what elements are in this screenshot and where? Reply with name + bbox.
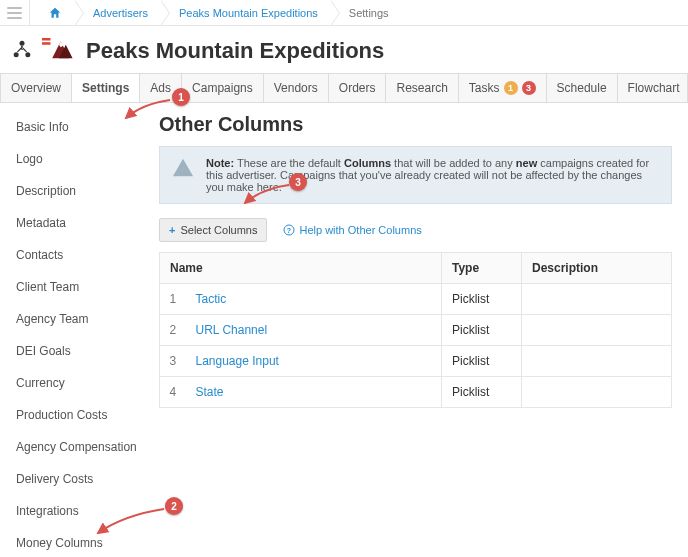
tasks-badge-alert: 3: [522, 81, 536, 95]
row-name-link[interactable]: URL Channel: [196, 323, 268, 337]
row-index: 2: [160, 315, 186, 346]
row-desc: [522, 346, 672, 377]
notice-label: Note:: [206, 157, 234, 169]
row-name-link[interactable]: Language Input: [196, 354, 279, 368]
content-pane: Other Columns Note: These are the defaul…: [155, 103, 688, 557]
tab-research[interactable]: Research: [386, 74, 458, 102]
help-link[interactable]: ? Help with Other Columns: [283, 224, 421, 236]
info-notice: Note: These are the default Columns that…: [159, 146, 672, 204]
page-header: Peaks Mountain Expeditions 1: [0, 26, 688, 73]
sidebar-item-delivery-costs[interactable]: Delivery Costs: [8, 463, 147, 495]
svg-text:?: ?: [287, 227, 291, 234]
row-type: Picklist: [442, 346, 522, 377]
help-link-label: Help with Other Columns: [299, 224, 421, 236]
row-type: Picklist: [442, 377, 522, 408]
breadcrumb-advertisers[interactable]: Advertisers: [75, 0, 161, 25]
tab-settings[interactable]: Settings: [72, 74, 140, 102]
select-columns-button[interactable]: + Select Columns: [159, 218, 267, 242]
svg-rect-3: [42, 38, 51, 41]
sidebar-item-logo[interactable]: Logo: [8, 143, 147, 175]
breadcrumb-home[interactable]: [30, 0, 75, 25]
sidebar-item-production-costs[interactable]: Production Costs: [8, 399, 147, 431]
warning-icon: [172, 157, 194, 179]
table-row: 4 State Picklist: [160, 377, 672, 408]
settings-sidebar: Basic Info Logo Description Metadata Con…: [0, 103, 155, 557]
svg-point-2: [25, 52, 30, 57]
sidebar-item-integrations[interactable]: Integrations: [8, 495, 147, 527]
content-heading: Other Columns: [159, 113, 672, 136]
th-type: Type: [442, 253, 522, 284]
sidebar-item-metadata[interactable]: Metadata: [8, 207, 147, 239]
sidebar-item-contacts[interactable]: Contacts: [8, 239, 147, 271]
tab-overview[interactable]: Overview: [1, 74, 72, 102]
tab-bar: Overview Settings Ads Campaigns Vendors …: [0, 73, 688, 103]
row-name-link[interactable]: Tactic: [196, 292, 227, 306]
callout-badge-1: 1: [172, 88, 190, 106]
callout-badge-2: 2: [165, 497, 183, 515]
table-row: 3 Language Input Picklist: [160, 346, 672, 377]
hierarchy-icon[interactable]: [12, 39, 32, 62]
sidebar-item-client-team[interactable]: Client Team: [8, 271, 147, 303]
row-index: 4: [160, 377, 186, 408]
menu-icon[interactable]: [0, 0, 30, 25]
svg-point-0: [20, 41, 25, 46]
home-icon: [48, 6, 62, 20]
help-icon: ?: [283, 224, 295, 236]
th-name: Name: [160, 253, 442, 284]
svg-point-1: [14, 52, 19, 57]
page-title: Peaks Mountain Expeditions: [86, 38, 384, 64]
tab-tasks-label: Tasks: [469, 81, 500, 95]
tab-vendors[interactable]: Vendors: [264, 74, 329, 102]
tab-flowchart[interactable]: Flowchart: [618, 74, 688, 102]
columns-table: Name Type Description 1 Tactic Picklist …: [159, 252, 672, 408]
row-type: Picklist: [442, 284, 522, 315]
advertiser-logo: [42, 36, 76, 65]
sidebar-item-description[interactable]: Description: [8, 175, 147, 207]
sidebar-item-money-columns[interactable]: Money Columns: [8, 527, 147, 557]
breadcrumb-entity[interactable]: Peaks Mountain Expeditions: [161, 0, 331, 25]
tab-orders[interactable]: Orders: [329, 74, 387, 102]
breadcrumb-bar: Advertisers Peaks Mountain Expeditions S…: [0, 0, 688, 26]
plus-icon: +: [169, 224, 175, 236]
row-desc: [522, 315, 672, 346]
tab-campaigns[interactable]: Campaigns: [182, 74, 264, 102]
tab-tasks[interactable]: Tasks 1 3: [459, 74, 547, 102]
row-desc: [522, 284, 672, 315]
callout-badge-3: 3: [289, 173, 307, 191]
sidebar-item-dei-goals[interactable]: DEI Goals: [8, 335, 147, 367]
sidebar-item-basic-info[interactable]: Basic Info: [8, 111, 147, 143]
row-type: Picklist: [442, 315, 522, 346]
table-row: 1 Tactic Picklist: [160, 284, 672, 315]
row-index: 3: [160, 346, 186, 377]
svg-rect-4: [42, 42, 51, 45]
row-name-link[interactable]: State: [196, 385, 224, 399]
actions-row: + Select Columns ? Help with Other Colum…: [159, 218, 672, 242]
tab-schedule[interactable]: Schedule: [547, 74, 618, 102]
select-columns-label: Select Columns: [180, 224, 257, 236]
sidebar-item-currency[interactable]: Currency: [8, 367, 147, 399]
sidebar-item-agency-compensation[interactable]: Agency Compensation: [8, 431, 147, 463]
th-desc: Description: [522, 253, 672, 284]
table-row: 2 URL Channel Picklist: [160, 315, 672, 346]
row-desc: [522, 377, 672, 408]
notice-text: Note: These are the default Columns that…: [206, 157, 659, 193]
breadcrumb-current: Settings: [331, 0, 402, 25]
sidebar-item-agency-team[interactable]: Agency Team: [8, 303, 147, 335]
row-index: 1: [160, 284, 186, 315]
tasks-badge-warn: 1: [504, 81, 518, 95]
